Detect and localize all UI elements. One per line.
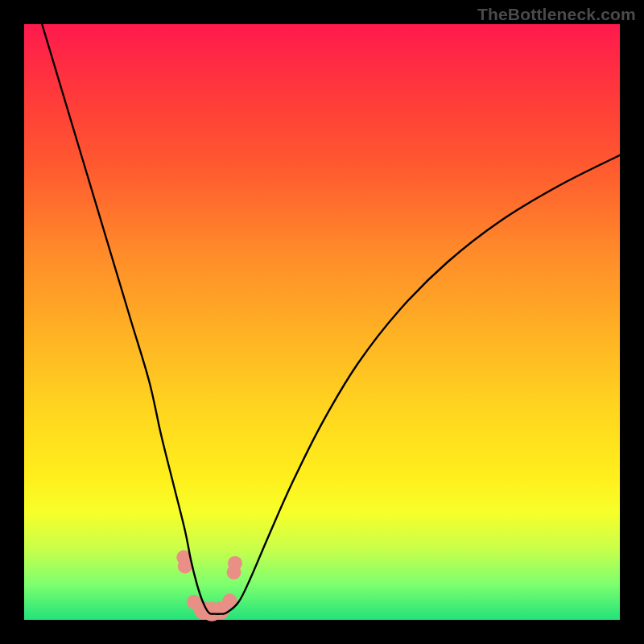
marker-dot	[228, 556, 242, 571]
bottleneck-curve	[42, 24, 620, 614]
plot-area	[24, 24, 620, 620]
watermark-text: TheBottleneck.com	[477, 5, 636, 24]
marker-dot	[178, 559, 192, 573]
chart-svg	[24, 24, 620, 620]
marker-dots	[176, 550, 242, 621]
chart-frame: TheBottleneck.com	[0, 0, 644, 644]
